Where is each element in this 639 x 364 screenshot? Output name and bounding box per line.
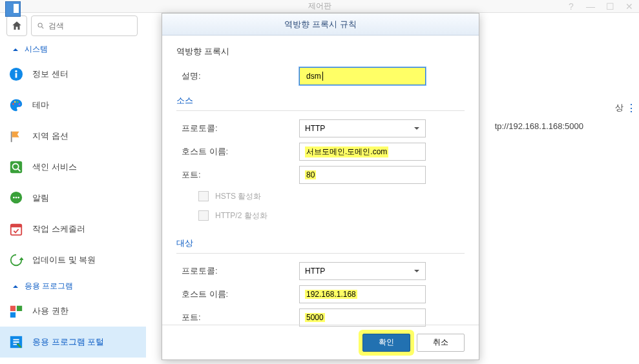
dest-port-input[interactable]: 5000 <box>299 308 426 327</box>
row-src-host: 호스트 이름: 서브도메인.도메인.com <box>176 142 465 161</box>
sidebar-item-label: 색인 서비스 <box>32 161 77 173</box>
hsts-label: HSTS 활성화 <box>215 191 261 202</box>
close-icon[interactable]: ✕ <box>620 0 639 13</box>
portal-icon <box>9 335 23 349</box>
port-label: 포트: <box>176 169 299 181</box>
info-icon <box>9 67 23 81</box>
calendar-icon <box>9 222 23 236</box>
perms-icon <box>9 304 23 318</box>
row-src-protocol: 프로토콜: HTTP <box>176 119 465 138</box>
svg-point-0 <box>38 23 42 27</box>
row-src-port: 포트: 80 <box>176 165 465 185</box>
flags-icon <box>9 129 23 143</box>
sidebar-item-info[interactable]: 정보 센터 <box>0 59 146 90</box>
sidebar-item-label: 테마 <box>32 99 49 111</box>
maximize-icon[interactable]: ☐ <box>600 0 620 13</box>
home-icon <box>11 20 23 32</box>
svg-rect-18 <box>11 225 22 228</box>
desc-value: dsm <box>305 72 323 81</box>
section-label: 시스템 <box>25 44 48 55</box>
reverse-proxy-modal: 역방향 프록시 규칙 역방향 프록시 설명: dsm 소스 프로토콜: HTTP… <box>162 13 479 360</box>
svg-point-16 <box>17 197 19 199</box>
row-dest-host: 호스트 이름: 192.168.1.168 <box>176 285 465 304</box>
sidebar-item-label: 지역 옵션 <box>32 130 68 142</box>
home-button[interactable] <box>6 15 27 36</box>
sidebar-item-label: 응용 프로그램 포털 <box>32 336 104 348</box>
window-title: 제어판 <box>308 1 331 12</box>
refresh-icon <box>9 253 23 267</box>
sidebar-item-label: 알림 <box>32 192 49 204</box>
chevron-up-icon <box>12 46 19 54</box>
content-col-target: 상 <box>615 102 623 114</box>
sidebar-item-region[interactable]: 지역 옵션 <box>0 121 146 152</box>
search-box[interactable] <box>31 15 138 36</box>
app-icon <box>5 1 21 17</box>
section-header-apps[interactable]: 응용 프로그램 <box>0 276 146 296</box>
sidebar-item-label: 작업 스케줄러 <box>32 223 85 235</box>
svg-point-5 <box>12 103 14 105</box>
chevron-up-icon <box>12 283 19 290</box>
palette-icon <box>9 98 23 112</box>
chevron-down-icon <box>414 268 420 274</box>
hsts-checkbox[interactable] <box>198 191 209 201</box>
cancel-button[interactable]: 취소 <box>417 334 465 352</box>
group-title: 역방향 프록시 <box>176 46 465 57</box>
svg-point-7 <box>17 101 19 103</box>
content-row-value: tp://192.168.1.168:5000 <box>495 121 583 131</box>
row-http2: HTTP/2 활성화 <box>176 208 465 223</box>
ok-button[interactable]: 확인 <box>362 334 410 352</box>
sidebar-item-index[interactable]: 색인 서비스 <box>0 152 146 183</box>
section-header-system[interactable]: 시스템 <box>0 39 146 59</box>
sidebar: 시스템 정보 센터 테마 지역 옵션 색인 서비스 알림 작업 스케줄러 업 <box>0 39 146 364</box>
svg-point-14 <box>13 197 15 199</box>
desc-input[interactable]: dsm <box>299 67 426 85</box>
dest-section-title: 대상 <box>176 235 465 254</box>
src-host-value: 서브도메인.도메인.com <box>305 147 388 157</box>
svg-point-4 <box>15 70 17 72</box>
source-section-title: 소스 <box>176 92 465 111</box>
sidebar-item-label: 사용 권한 <box>32 305 68 317</box>
sidebar-item-notify[interactable]: 알림 <box>0 183 146 214</box>
sidebar-item-theme[interactable]: 테마 <box>0 90 146 121</box>
chevron-down-icon <box>414 125 420 132</box>
svg-point-6 <box>14 101 16 103</box>
sidebar-item-scheduler[interactable]: 작업 스케줄러 <box>0 214 146 245</box>
minimize-icon[interactable]: — <box>581 0 600 13</box>
more-menu-icon[interactable]: ⋮ <box>626 102 635 114</box>
host-label: 호스트 이름: <box>176 288 299 300</box>
modal-title: 역방향 프록시 규칙 <box>162 14 479 35</box>
row-dest-protocol: 프로토콜: HTTP <box>176 261 465 281</box>
port-label: 포트: <box>176 312 299 323</box>
row-hsts: HSTS 활성화 <box>176 188 465 204</box>
svg-rect-20 <box>17 306 22 311</box>
src-protocol-value: HTTP <box>305 124 325 133</box>
search-input[interactable] <box>48 21 132 30</box>
protocol-label: 프로토콜: <box>176 123 299 134</box>
dest-port-value: 5000 <box>305 313 325 322</box>
sidebar-item-perms[interactable]: 사용 권한 <box>0 296 146 327</box>
dest-protocol-select[interactable]: HTTP <box>299 262 426 280</box>
dest-host-input[interactable]: 192.168.1.168 <box>299 285 426 303</box>
host-label: 호스트 이름: <box>176 146 299 157</box>
svg-point-8 <box>19 103 21 105</box>
desc-label: 설명: <box>176 70 299 82</box>
sidebar-item-portal[interactable]: 응용 프로그램 포털 <box>0 327 146 358</box>
section-label: 응용 프로그램 <box>25 281 73 292</box>
svg-rect-3 <box>16 73 17 77</box>
svg-rect-9 <box>11 132 12 143</box>
src-protocol-select[interactable]: HTTP <box>299 119 426 137</box>
help-icon[interactable]: ? <box>561 0 581 13</box>
http2-checkbox[interactable] <box>198 210 209 221</box>
http2-label: HTTP/2 활성화 <box>215 210 267 221</box>
svg-rect-21 <box>10 312 16 318</box>
modal-footer: 확인 취소 <box>162 325 479 359</box>
dest-host-value: 192.168.1.168 <box>305 290 357 299</box>
sidebar-item-update[interactable]: 업데이트 및 복원 <box>0 245 146 276</box>
magnify-icon <box>9 160 23 174</box>
src-host-input[interactable]: 서브도메인.도메인.com <box>299 143 426 161</box>
sidebar-item-label: 업데이트 및 복원 <box>32 254 96 266</box>
protocol-label: 프로토콜: <box>176 265 299 277</box>
src-port-input[interactable]: 80 <box>299 166 426 184</box>
chat-icon <box>9 191 23 205</box>
dest-protocol-value: HTTP <box>305 267 325 276</box>
